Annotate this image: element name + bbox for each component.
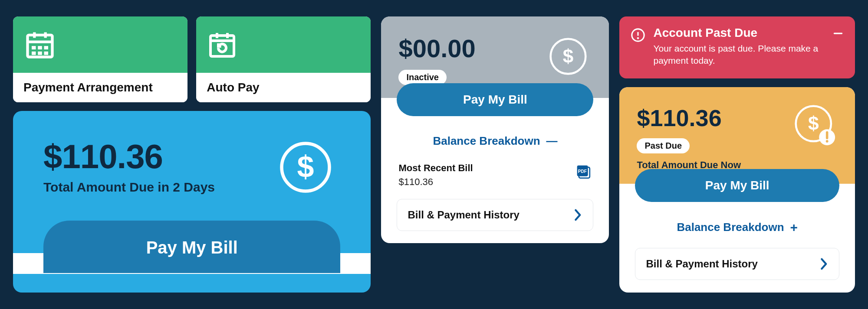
payment-arrangement-tile[interactable]: Payment Arrangement xyxy=(13,16,187,102)
svg-rect-6 xyxy=(44,46,49,49)
svg-text:$: $ xyxy=(808,113,819,134)
bill-payment-history-link[interactable]: Bill & Payment History xyxy=(635,248,839,280)
amount-due-card: $110.36 Total Amount Due in 2 Days $ Pay… xyxy=(13,111,371,293)
dollar-icon: $ xyxy=(549,37,587,75)
recent-bill-label: Most Recent Bill xyxy=(398,163,473,174)
past-due-alert: Account Past Due Your account is past du… xyxy=(619,16,855,78)
past-due-card: $110.36 Past Due Total Amount Due Now $ … xyxy=(619,87,855,293)
status-badge: Past Due xyxy=(637,138,690,153)
tile-header xyxy=(13,16,187,73)
alert-icon xyxy=(631,28,645,42)
breakdown-label: Balance Breakdown xyxy=(433,134,540,148)
status-badge: Inactive xyxy=(398,70,446,85)
history-label: Bill & Payment History xyxy=(408,209,519,221)
svg-rect-4 xyxy=(32,46,36,49)
most-recent-bill-row: Most Recent Bill $110.36 PDF xyxy=(397,159,593,199)
breakdown-label: Balance Breakdown xyxy=(677,221,784,234)
svg-rect-5 xyxy=(38,46,42,49)
svg-rect-8 xyxy=(38,52,42,55)
bill-payment-history-link[interactable]: Bill & Payment History xyxy=(397,199,593,231)
autopay-calendar-icon xyxy=(207,29,238,60)
tile-label: Auto Pay xyxy=(196,73,371,102)
tile-label: Payment Arrangement xyxy=(13,73,187,102)
calendar-icon xyxy=(23,28,56,61)
minus-icon: — xyxy=(546,134,558,148)
inactive-account-card: $00.00 Inactive $ Pay My Bill Balance Br… xyxy=(381,16,609,243)
svg-text:$: $ xyxy=(297,150,314,184)
history-label: Bill & Payment History xyxy=(646,258,757,270)
tile-header xyxy=(196,16,371,73)
svg-rect-7 xyxy=(32,52,36,55)
minus-icon xyxy=(832,28,844,39)
chevron-right-icon xyxy=(574,209,582,221)
svg-point-29 xyxy=(826,140,829,143)
svg-rect-10 xyxy=(210,36,234,56)
balance-breakdown-toggle[interactable]: Balance Breakdown — xyxy=(397,127,593,159)
pay-my-bill-button[interactable]: Pay My Bill xyxy=(397,83,593,116)
recent-bill-value: $110.36 xyxy=(398,176,473,188)
alert-body: Your account is past due. Please make a … xyxy=(653,42,818,67)
dollar-alert-icon: $ xyxy=(794,104,836,146)
svg-point-23 xyxy=(638,38,639,39)
balance-breakdown-toggle[interactable]: Balance Breakdown + xyxy=(635,212,839,246)
alert-collapse-button[interactable] xyxy=(832,28,844,39)
svg-text:PDF: PDF xyxy=(578,169,587,174)
pay-my-bill-button[interactable]: Pay My Bill xyxy=(43,221,340,273)
svg-text:$: $ xyxy=(563,46,573,67)
chevron-right-icon xyxy=(820,258,829,270)
pdf-icon[interactable]: PDF xyxy=(574,163,592,180)
auto-pay-tile[interactable]: Auto Pay xyxy=(196,16,371,102)
svg-rect-9 xyxy=(44,52,49,55)
dollar-icon: $ xyxy=(279,141,332,193)
pay-my-bill-button[interactable]: Pay My Bill xyxy=(635,169,839,202)
alert-title: Account Past Due xyxy=(653,26,818,40)
plus-icon: + xyxy=(790,220,798,235)
